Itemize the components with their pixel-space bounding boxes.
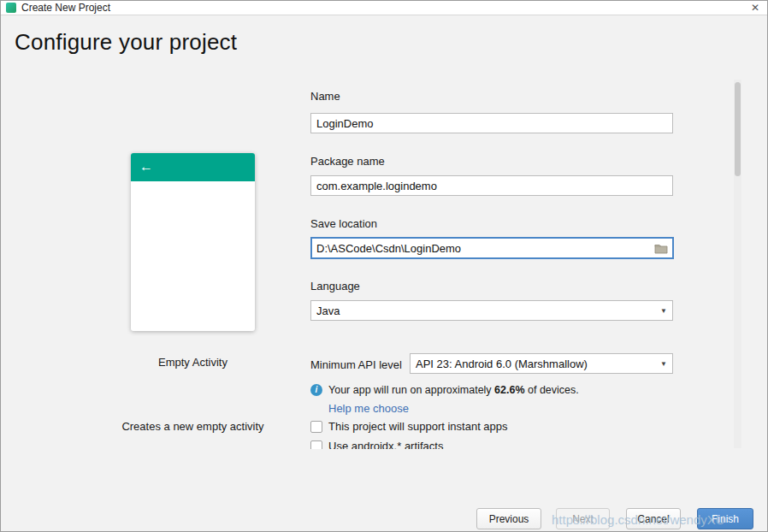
project-wizard-icon (6, 3, 16, 13)
name-label: Name (310, 90, 340, 103)
save-location-field (310, 237, 674, 259)
template-preview-appbar: ← (131, 153, 255, 181)
template-preview-card: ← (131, 153, 255, 331)
back-arrow-icon: ← (139, 158, 153, 175)
create-new-project-dialog: Create New Project ✕ Configure your proj… (0, 0, 768, 532)
api-coverage-suffix: of devices. (525, 384, 579, 396)
info-icon: i (310, 384, 322, 396)
chevron-down-icon: ▼ (660, 360, 667, 368)
chevron-down-icon: ▼ (660, 307, 667, 315)
androidx-label: Use androidx.* artifacts (328, 440, 443, 449)
min-api-value: API 23: Android 6.0 (Marshmallow) (416, 358, 588, 370)
cancel-button[interactable]: Cancel (626, 508, 681, 529)
min-api-label: Minimum API level (310, 358, 402, 371)
instant-apps-label: This project will support instant apps (328, 420, 508, 433)
template-description: Creates a new empty activity (88, 420, 298, 433)
api-coverage-percent: 62.6% (494, 384, 524, 396)
scrollbar-thumb[interactable] (735, 82, 741, 176)
window-title: Create New Project (21, 2, 110, 14)
androidx-checkbox[interactable] (310, 440, 322, 450)
save-location-input[interactable] (316, 242, 650, 255)
next-button: Next (556, 508, 610, 529)
save-location-label: Save location (310, 217, 377, 230)
androidx-row: Use androidx.* artifacts (310, 440, 443, 449)
api-coverage-text: Your app will run on approximately 62.6%… (328, 384, 579, 396)
package-name-label: Package name (310, 155, 385, 168)
close-icon[interactable]: ✕ (751, 1, 759, 15)
package-name-input[interactable] (310, 175, 673, 196)
language-dropdown[interactable]: Java ▼ (310, 300, 673, 321)
previous-button[interactable]: Previous (476, 508, 541, 529)
finish-button[interactable]: Finish (697, 508, 753, 529)
name-input[interactable] (310, 113, 673, 133)
androidx-row-clipped: Use androidx.* artifacts (310, 440, 584, 449)
api-coverage-prefix: Your app will run on approximately (328, 384, 494, 396)
instant-apps-checkbox[interactable] (310, 421, 322, 433)
language-label: Language (310, 280, 360, 293)
folder-icon[interactable] (654, 243, 668, 254)
instant-apps-row: This project will support instant apps (310, 420, 508, 433)
min-api-dropdown[interactable]: API 23: Android 6.0 (Marshmallow) ▼ (410, 353, 673, 374)
titlebar: Create New Project ✕ (1, 1, 767, 15)
page-title: Configure your project (15, 29, 237, 56)
help-me-choose-link[interactable]: Help me choose (328, 402, 409, 415)
language-value: Java (316, 304, 340, 317)
template-name: Empty Activity (131, 356, 255, 369)
